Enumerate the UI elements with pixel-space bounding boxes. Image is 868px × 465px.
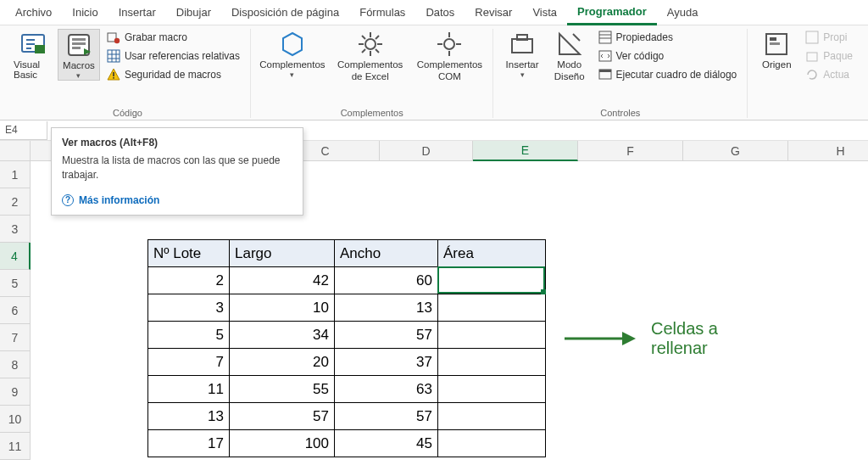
column-header-G[interactable]: G	[683, 141, 788, 161]
column-header-H[interactable]: H	[788, 141, 868, 161]
code-icon	[598, 49, 612, 63]
row-header-8[interactable]: 8	[0, 351, 31, 378]
table-cell[interactable]: 7	[148, 349, 230, 376]
table-cell[interactable]	[438, 294, 546, 322]
excel-addins-label1: Complementos	[337, 59, 403, 70]
table-cell[interactable]: 100	[230, 430, 335, 457]
table-cell[interactable]: 3	[148, 294, 230, 322]
table-row: 115563	[148, 376, 546, 403]
row-header-11[interactable]: 11	[0, 433, 31, 460]
tab-ayuda[interactable]: Ayuda	[657, 1, 709, 24]
group-label-addins: Complementos	[258, 106, 486, 118]
macro-security-label: Seguridad de macros	[125, 69, 221, 81]
table-cell[interactable]: 34	[230, 322, 335, 349]
tab-disposición-de-página[interactable]: Disposición de página	[221, 1, 349, 24]
visual-basic-button[interactable]: Visual Basic	[12, 29, 54, 80]
name-box[interactable]	[0, 121, 47, 140]
tab-vista[interactable]: Vista	[522, 1, 567, 24]
properties-button[interactable]: Propiedades	[595, 29, 741, 46]
insert-button[interactable]: Insertar ▾	[500, 29, 544, 79]
table-header-cell[interactable]: Área	[438, 240, 546, 267]
table-cell[interactable]: 13	[148, 403, 230, 430]
xml-source-icon	[763, 31, 790, 58]
row-header-7[interactable]: 7	[0, 324, 31, 351]
table-cell[interactable]: 11	[148, 376, 230, 403]
table-header-cell[interactable]: Ancho	[335, 240, 438, 267]
table-cell[interactable]: 60	[335, 267, 438, 294]
table-cell[interactable]: 10	[230, 294, 335, 322]
row-header-6[interactable]: 6	[0, 297, 31, 324]
table-cell[interactable]: 20	[230, 349, 335, 376]
row-header-1[interactable]: 1	[0, 161, 31, 188]
row-header-3[interactable]: 3	[0, 216, 31, 243]
table-cell[interactable]	[438, 349, 546, 376]
record-macro-label: Grabar macro	[125, 31, 187, 43]
tab-revisar[interactable]: Revisar	[465, 1, 522, 24]
svg-point-8	[114, 38, 120, 43]
record-macro-button[interactable]: Grabar macro	[103, 29, 243, 46]
design-mode-button[interactable]: Modo Diseño	[548, 29, 592, 81]
tab-archivo[interactable]: Archivo	[5, 1, 62, 24]
macros-button[interactable]: Macros ▾	[58, 29, 100, 81]
column-header-E[interactable]: E	[473, 141, 578, 161]
macro-security-button[interactable]: Seguridad de macros	[103, 66, 243, 83]
svg-line-22	[376, 36, 379, 39]
column-header-F[interactable]: F	[578, 141, 683, 161]
row-header-4[interactable]: 4	[0, 243, 31, 270]
table-cell[interactable]: 57	[335, 403, 438, 430]
table-cell[interactable]: 57	[230, 403, 335, 430]
table-header-cell[interactable]: Largo	[230, 240, 335, 267]
table-cell[interactable]: 37	[335, 349, 438, 376]
tab-inicio[interactable]: Inicio	[62, 1, 108, 24]
tab-programador[interactable]: Programador	[567, 0, 657, 25]
row-header-2[interactable]: 2	[0, 188, 31, 216]
tab-insertar[interactable]: Insertar	[108, 1, 166, 24]
table-cell[interactable]: 2	[148, 267, 230, 294]
table-cell[interactable]	[438, 267, 546, 294]
table-cell[interactable]	[438, 322, 546, 349]
table-cell[interactable]: 63	[335, 376, 438, 403]
table-cell[interactable]: 55	[230, 376, 335, 403]
column-header-D[interactable]: D	[380, 141, 473, 161]
tooltip-more-info-link[interactable]: ? Más información	[62, 194, 292, 206]
table-cell[interactable]	[438, 403, 546, 430]
tab-dibujar[interactable]: Dibujar	[166, 1, 221, 24]
table-row: 1710045	[148, 430, 546, 457]
table-cell[interactable]	[438, 376, 546, 403]
visual-basic-label: Visual Basic	[14, 59, 53, 80]
select-all-corner[interactable]	[0, 141, 31, 161]
source-button[interactable]: Origen	[754, 29, 798, 70]
com-addins-button[interactable]: Complementos COM	[414, 29, 487, 81]
table-cell[interactable]: 57	[335, 322, 438, 349]
row-header-10[interactable]: 10	[0, 406, 31, 433]
group-code: Visual Basic Macros ▾ Grabar macro Usar …	[5, 29, 251, 118]
svg-line-20	[376, 49, 379, 53]
table-header-cell[interactable]: Nº Lote	[148, 240, 230, 267]
table-cell[interactable]: 13	[335, 294, 438, 322]
row-header-5[interactable]: 5	[0, 270, 31, 297]
svg-line-21	[362, 49, 365, 53]
view-code-button[interactable]: Ver código	[595, 48, 741, 64]
chevron-down-icon: ▾	[76, 71, 81, 80]
map-properties-button: Propi	[802, 29, 856, 46]
svg-rect-39	[770, 37, 776, 41]
table-cell[interactable]	[438, 430, 546, 457]
tab-fórmulas[interactable]: Fórmulas	[349, 1, 415, 24]
tab-datos[interactable]: Datos	[415, 1, 465, 24]
svg-rect-12	[113, 77, 114, 79]
addins-button[interactable]: Complementos ▾	[258, 29, 327, 79]
table-cell[interactable]: 17	[148, 430, 230, 457]
table-cell[interactable]: 5	[148, 322, 230, 349]
row-header-9[interactable]: 9	[0, 378, 31, 406]
excel-addins-button[interactable]: Complementos de Excel	[334, 29, 407, 81]
map-properties-label: Propi	[823, 31, 847, 43]
table-cell[interactable]: 42	[230, 267, 335, 294]
grid-icon	[107, 49, 120, 63]
run-dialog-button[interactable]: Ejecutar cuadro de diálogo	[595, 66, 741, 83]
table-cell[interactable]: 45	[335, 430, 438, 457]
svg-rect-9	[108, 50, 120, 62]
com-addins-label2: COM	[438, 71, 461, 81]
use-relative-refs-button[interactable]: Usar referencias relativas	[103, 48, 243, 64]
annotation: Celdas arellenar	[563, 319, 718, 358]
table-row: 53457	[148, 322, 546, 349]
